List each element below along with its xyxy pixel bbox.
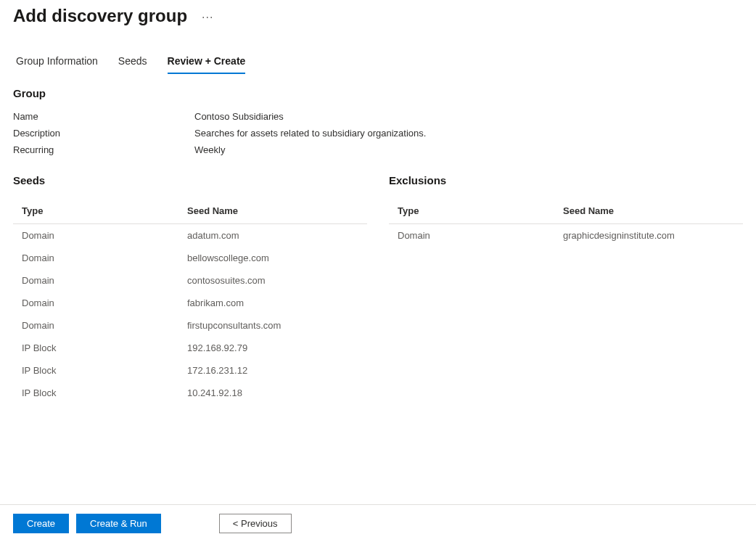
seeds-row: Domainbellowscollege.com bbox=[13, 247, 367, 269]
more-icon[interactable]: ··· bbox=[202, 11, 213, 24]
group-value-name: Contoso Subsidiaries bbox=[194, 111, 284, 122]
seeds-cell-name: bellowscollege.com bbox=[187, 252, 358, 263]
seeds-th-type: Type bbox=[22, 205, 187, 216]
create-and-run-button[interactable]: Create & Run bbox=[76, 514, 161, 533]
seeds-cell-name: firstupconsultants.com bbox=[187, 320, 358, 331]
seeds-row: IP Block192.168.92.79 bbox=[13, 337, 367, 359]
seeds-cell-name: 172.16.231.12 bbox=[187, 365, 358, 376]
seeds-row: IP Block10.241.92.18 bbox=[13, 382, 367, 404]
seeds-th-name: Seed Name bbox=[187, 205, 358, 216]
seeds-cell-type: Domain bbox=[22, 320, 187, 331]
seeds-cell-type: Domain bbox=[22, 230, 187, 241]
exclusions-section-title: Exclusions bbox=[389, 174, 743, 186]
group-value-description: Searches for assets related to subsidiar… bbox=[194, 128, 426, 139]
seeds-cell-type: Domain bbox=[22, 297, 187, 308]
exclusions-cell-name: graphicdesigninstitute.com bbox=[563, 230, 734, 241]
seeds-cell-name: fabrikam.com bbox=[187, 297, 358, 308]
group-label-recurring: Recurring bbox=[13, 144, 194, 155]
seeds-cell-name: 10.241.92.18 bbox=[187, 387, 358, 398]
exclusions-th-name: Seed Name bbox=[563, 205, 734, 216]
seeds-section-title: Seeds bbox=[13, 174, 367, 186]
seeds-cell-name: contososuites.com bbox=[187, 275, 358, 286]
page-title: Add discovery group bbox=[13, 6, 187, 26]
tabs: Group Information Seeds Review + Create bbox=[0, 55, 756, 74]
seeds-row: Domainfabrikam.com bbox=[13, 292, 367, 314]
group-value-recurring: Weekly bbox=[194, 144, 225, 155]
tab-review-create[interactable]: Review + Create bbox=[168, 55, 246, 74]
group-row-name: Name Contoso Subsidiaries bbox=[13, 111, 743, 122]
exclusions-cell-type: Domain bbox=[398, 230, 563, 241]
exclusions-table-header: Type Seed Name bbox=[389, 198, 743, 224]
group-label-name: Name bbox=[13, 111, 194, 122]
seeds-cell-type: IP Block bbox=[22, 387, 187, 398]
exclusions-th-type: Type bbox=[398, 205, 563, 216]
seeds-row: IP Block172.16.231.12 bbox=[13, 359, 367, 382]
tab-group-information[interactable]: Group Information bbox=[16, 55, 98, 74]
seeds-table: Type Seed Name Domainadatum.comDomainbel… bbox=[13, 198, 367, 404]
exclusions-row: Domaingraphicdesigninstitute.com bbox=[389, 224, 743, 247]
group-label-description: Description bbox=[13, 128, 194, 139]
seeds-cell-type: IP Block bbox=[22, 342, 187, 353]
create-button[interactable]: Create bbox=[13, 514, 69, 533]
exclusions-table: Type Seed Name Domaingraphicdesigninstit… bbox=[389, 198, 743, 247]
footer-actions: Create Create & Run < Previous bbox=[0, 504, 756, 542]
seeds-cell-name: adatum.com bbox=[187, 230, 358, 241]
tab-seeds[interactable]: Seeds bbox=[118, 55, 147, 74]
group-section-title: Group bbox=[13, 87, 743, 99]
seeds-cell-type: Domain bbox=[22, 275, 187, 286]
previous-button[interactable]: < Previous bbox=[219, 514, 292, 533]
seeds-row: Domainfirstupconsultants.com bbox=[13, 314, 367, 337]
group-row-recurring: Recurring Weekly bbox=[13, 144, 743, 155]
seeds-row: Domainadatum.com bbox=[13, 224, 367, 247]
seeds-cell-type: Domain bbox=[22, 252, 187, 263]
group-row-description: Description Searches for assets related … bbox=[13, 128, 743, 139]
seeds-row: Domaincontososuites.com bbox=[13, 269, 367, 292]
seeds-table-header: Type Seed Name bbox=[13, 198, 367, 224]
seeds-cell-name: 192.168.92.79 bbox=[187, 342, 358, 353]
seeds-cell-type: IP Block bbox=[22, 365, 187, 376]
